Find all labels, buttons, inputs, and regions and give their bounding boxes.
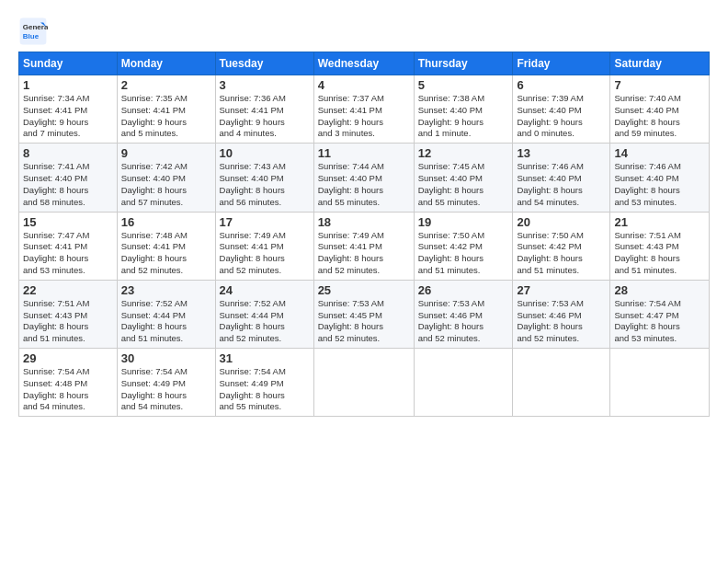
- day-cell: 9Sunrise: 7:42 AM Sunset: 4:40 PM Daylig…: [117, 144, 215, 212]
- day-info: Sunrise: 7:50 AM Sunset: 4:42 PM Dayligh…: [418, 230, 509, 277]
- day-info: Sunrise: 7:49 AM Sunset: 4:41 PM Dayligh…: [220, 230, 310, 277]
- day-cell: [313, 349, 414, 417]
- day-info: Sunrise: 7:43 AM Sunset: 4:40 PM Dayligh…: [220, 161, 310, 208]
- day-info: Sunrise: 7:40 AM Sunset: 4:40 PM Dayligh…: [614, 93, 705, 140]
- day-cell: 31Sunrise: 7:54 AM Sunset: 4:49 PM Dayli…: [215, 349, 313, 417]
- day-cell: 10Sunrise: 7:43 AM Sunset: 4:40 PM Dayli…: [215, 144, 313, 212]
- day-info: Sunrise: 7:35 AM Sunset: 4:41 PM Dayligh…: [121, 93, 211, 140]
- day-cell: 3Sunrise: 7:36 AM Sunset: 4:41 PM Daylig…: [215, 75, 313, 144]
- header-row: SundayMondayTuesdayWednesdayThursdayFrid…: [19, 52, 710, 75]
- day-cell: 20Sunrise: 7:50 AM Sunset: 4:42 PM Dayli…: [513, 212, 610, 280]
- day-cell: 6Sunrise: 7:39 AM Sunset: 4:40 PM Daylig…: [513, 75, 610, 144]
- day-info: Sunrise: 7:38 AM Sunset: 4:40 PM Dayligh…: [418, 93, 509, 140]
- day-cell: 18Sunrise: 7:49 AM Sunset: 4:41 PM Dayli…: [313, 212, 414, 280]
- day-number: 30: [121, 351, 211, 365]
- day-number: 1: [23, 78, 113, 92]
- day-info: Sunrise: 7:54 AM Sunset: 4:49 PM Dayligh…: [220, 366, 310, 413]
- day-info: Sunrise: 7:49 AM Sunset: 4:41 PM Dayligh…: [318, 230, 410, 277]
- header-cell-sunday: Sunday: [19, 52, 118, 75]
- header-cell-tuesday: Tuesday: [215, 52, 313, 75]
- day-cell: 13Sunrise: 7:46 AM Sunset: 4:40 PM Dayli…: [513, 144, 610, 212]
- day-number: 17: [220, 215, 310, 229]
- day-info: Sunrise: 7:51 AM Sunset: 4:43 PM Dayligh…: [23, 298, 113, 345]
- day-number: 5: [418, 78, 509, 92]
- day-cell: [414, 349, 513, 417]
- logo-icon: General Blue: [18, 17, 48, 46]
- day-number: 21: [614, 215, 705, 229]
- day-info: Sunrise: 7:45 AM Sunset: 4:40 PM Dayligh…: [418, 161, 509, 208]
- day-cell: 24Sunrise: 7:52 AM Sunset: 4:44 PM Dayli…: [215, 280, 313, 348]
- day-number: 24: [220, 283, 310, 297]
- day-info: Sunrise: 7:44 AM Sunset: 4:40 PM Dayligh…: [318, 161, 410, 208]
- day-number: 8: [23, 146, 113, 160]
- day-number: 10: [220, 146, 310, 160]
- day-number: 13: [517, 146, 606, 160]
- day-info: Sunrise: 7:54 AM Sunset: 4:49 PM Dayligh…: [121, 366, 211, 413]
- day-number: 2: [121, 78, 211, 92]
- day-number: 20: [517, 215, 606, 229]
- day-cell: 22Sunrise: 7:51 AM Sunset: 4:43 PM Dayli…: [19, 280, 118, 348]
- day-number: 31: [220, 351, 310, 365]
- day-number: 28: [614, 283, 705, 297]
- day-number: 9: [121, 146, 211, 160]
- day-cell: 19Sunrise: 7:50 AM Sunset: 4:42 PM Dayli…: [414, 212, 513, 280]
- day-number: 12: [418, 146, 509, 160]
- day-number: 7: [614, 78, 705, 92]
- day-info: Sunrise: 7:54 AM Sunset: 4:47 PM Dayligh…: [614, 298, 705, 345]
- day-cell: [610, 349, 710, 417]
- day-cell: 29Sunrise: 7:54 AM Sunset: 4:48 PM Dayli…: [19, 349, 118, 417]
- header-cell-saturday: Saturday: [610, 52, 710, 75]
- day-info: Sunrise: 7:36 AM Sunset: 4:41 PM Dayligh…: [220, 93, 310, 140]
- day-info: Sunrise: 7:42 AM Sunset: 4:40 PM Dayligh…: [121, 161, 211, 208]
- day-number: 22: [23, 283, 113, 297]
- day-cell: 25Sunrise: 7:53 AM Sunset: 4:45 PM Dayli…: [313, 280, 414, 348]
- day-info: Sunrise: 7:53 AM Sunset: 4:46 PM Dayligh…: [418, 298, 509, 345]
- day-info: Sunrise: 7:51 AM Sunset: 4:43 PM Dayligh…: [614, 230, 705, 277]
- day-cell: 15Sunrise: 7:47 AM Sunset: 4:41 PM Dayli…: [19, 212, 118, 280]
- day-info: Sunrise: 7:53 AM Sunset: 4:46 PM Dayligh…: [517, 298, 606, 345]
- day-cell: 1Sunrise: 7:34 AM Sunset: 4:41 PM Daylig…: [19, 75, 118, 144]
- day-cell: 28Sunrise: 7:54 AM Sunset: 4:47 PM Dayli…: [610, 280, 710, 348]
- day-number: 27: [517, 283, 606, 297]
- day-cell: 8Sunrise: 7:41 AM Sunset: 4:40 PM Daylig…: [19, 144, 118, 212]
- day-cell: 12Sunrise: 7:45 AM Sunset: 4:40 PM Dayli…: [414, 144, 513, 212]
- day-number: 16: [121, 215, 211, 229]
- day-info: Sunrise: 7:34 AM Sunset: 4:41 PM Dayligh…: [23, 93, 113, 140]
- logo: General Blue: [18, 17, 51, 46]
- day-info: Sunrise: 7:48 AM Sunset: 4:41 PM Dayligh…: [121, 230, 211, 277]
- week-row-1: 1Sunrise: 7:34 AM Sunset: 4:41 PM Daylig…: [19, 75, 710, 144]
- day-number: 25: [318, 283, 410, 297]
- day-cell: 4Sunrise: 7:37 AM Sunset: 4:41 PM Daylig…: [313, 75, 414, 144]
- day-info: Sunrise: 7:46 AM Sunset: 4:40 PM Dayligh…: [517, 161, 606, 208]
- header-cell-wednesday: Wednesday: [313, 52, 414, 75]
- svg-text:Blue: Blue: [23, 32, 40, 40]
- page: General Blue SundayMondayTuesdayWednesda…: [0, 0, 728, 426]
- day-info: Sunrise: 7:41 AM Sunset: 4:40 PM Dayligh…: [23, 161, 113, 208]
- day-number: 23: [121, 283, 211, 297]
- day-number: 3: [220, 78, 310, 92]
- day-info: Sunrise: 7:39 AM Sunset: 4:40 PM Dayligh…: [517, 93, 606, 140]
- day-number: 19: [418, 215, 509, 229]
- header-cell-thursday: Thursday: [414, 52, 513, 75]
- day-info: Sunrise: 7:47 AM Sunset: 4:41 PM Dayligh…: [23, 230, 113, 277]
- day-number: 11: [318, 146, 410, 160]
- day-cell: 26Sunrise: 7:53 AM Sunset: 4:46 PM Dayli…: [414, 280, 513, 348]
- day-cell: 11Sunrise: 7:44 AM Sunset: 4:40 PM Dayli…: [313, 144, 414, 212]
- day-cell: 21Sunrise: 7:51 AM Sunset: 4:43 PM Dayli…: [610, 212, 710, 280]
- day-cell: [513, 349, 610, 417]
- week-row-2: 8Sunrise: 7:41 AM Sunset: 4:40 PM Daylig…: [19, 144, 710, 212]
- day-info: Sunrise: 7:50 AM Sunset: 4:42 PM Dayligh…: [517, 230, 606, 277]
- day-number: 14: [614, 146, 705, 160]
- day-cell: 17Sunrise: 7:49 AM Sunset: 4:41 PM Dayli…: [215, 212, 313, 280]
- day-info: Sunrise: 7:54 AM Sunset: 4:48 PM Dayligh…: [23, 366, 113, 413]
- day-info: Sunrise: 7:46 AM Sunset: 4:40 PM Dayligh…: [614, 161, 705, 208]
- header: General Blue: [18, 17, 710, 46]
- header-cell-monday: Monday: [117, 52, 215, 75]
- day-cell: 23Sunrise: 7:52 AM Sunset: 4:44 PM Dayli…: [117, 280, 215, 348]
- day-info: Sunrise: 7:37 AM Sunset: 4:41 PM Dayligh…: [318, 93, 410, 140]
- header-cell-friday: Friday: [513, 52, 610, 75]
- day-number: 29: [23, 351, 113, 365]
- day-cell: 27Sunrise: 7:53 AM Sunset: 4:46 PM Dayli…: [513, 280, 610, 348]
- day-info: Sunrise: 7:52 AM Sunset: 4:44 PM Dayligh…: [121, 298, 211, 345]
- week-row-5: 29Sunrise: 7:54 AM Sunset: 4:48 PM Dayli…: [19, 349, 710, 417]
